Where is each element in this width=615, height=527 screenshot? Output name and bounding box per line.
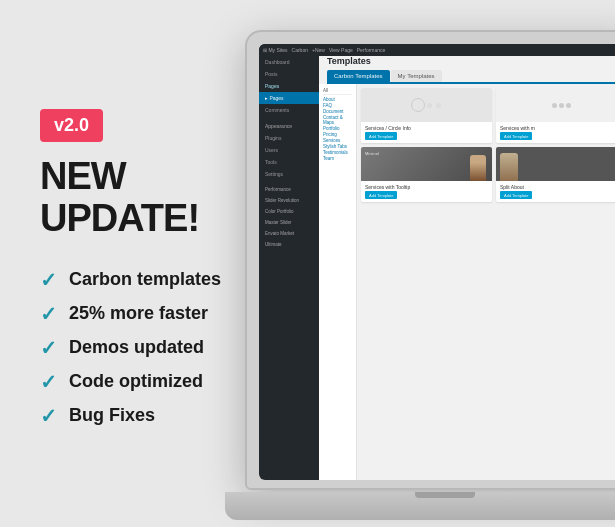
- add-template-btn-services-tooltip[interactable]: Add Template: [365, 191, 397, 199]
- template-grid: Services / Circle Info Add Template: [357, 84, 615, 480]
- wp-bar-view-page: View Page: [329, 47, 353, 53]
- template-thumb-services-circle: [361, 88, 492, 122]
- dot-m-1: [552, 103, 557, 108]
- sidebar-item-posts[interactable]: Posts: [259, 68, 319, 80]
- sidebar-item-ultimate[interactable]: Ultimate: [259, 239, 319, 250]
- sidebar-item-appearance[interactable]: Appearance: [259, 120, 319, 132]
- filter-label-services[interactable]: Services: [323, 138, 352, 143]
- filter-label-team[interactable]: Team: [323, 156, 352, 161]
- filter-label-about[interactable]: About: [323, 97, 352, 102]
- filter-label-testimonials[interactable]: Testimonials: [323, 150, 352, 155]
- filter-label-all[interactable]: All: [323, 88, 352, 95]
- split-person: [500, 153, 518, 181]
- add-template-btn-services-circle[interactable]: Add Template: [365, 132, 397, 140]
- sidebar-item-pages[interactable]: Pages: [259, 80, 319, 92]
- template-footer-services-circle: Services / Circle Info Add Template: [361, 122, 492, 143]
- wp-admin-ui: ⊞ My Sites Carbon +New View Page Perform…: [259, 44, 615, 480]
- sidebar-item-envato-market[interactable]: Envato Market: [259, 228, 319, 239]
- laptop-base: [225, 492, 615, 520]
- wp-main-area: Dashboard Posts Pages ▸ Pages Comments A…: [259, 44, 615, 480]
- sidebar-item-users[interactable]: Users: [259, 144, 319, 156]
- tab-carbon-templates[interactable]: Carbon Templates: [327, 70, 390, 82]
- template-name-services-circle: Services / Circle Info: [365, 125, 488, 131]
- sidebar-item-settings[interactable]: Settings: [259, 168, 319, 180]
- version-badge: v2.0: [40, 109, 103, 142]
- template-name-services-tooltip: Services with Tooltip: [365, 184, 488, 190]
- feature-label-code-optimized: Code optimized: [69, 371, 203, 392]
- feature-label-bug-fixes: Bug Fixes: [69, 405, 155, 426]
- photo-overlay: [470, 155, 486, 181]
- dot-2: [436, 103, 441, 108]
- template-name-services-m: Services with m: [500, 125, 615, 131]
- template-thumb-split-about: Split: [496, 147, 615, 181]
- features-list: ✓ Carbon templates ✓ 25% more faster ✓ D…: [40, 268, 260, 428]
- template-footer-split-about: Split About Add Template: [496, 181, 615, 202]
- feature-item-demos-updated: ✓ Demos updated: [40, 336, 260, 360]
- sidebar-item-tools[interactable]: Tools: [259, 156, 319, 168]
- feature-item-bug-fixes: ✓ Bug Fixes: [40, 404, 260, 428]
- tab-my-templates[interactable]: My Templates: [391, 70, 442, 82]
- wp-tabs: Carbon Templates My Templates: [327, 70, 615, 84]
- sidebar-item-color-portfolio[interactable]: Color Portfolio: [259, 206, 319, 217]
- laptop-screen: ⊞ My Sites Carbon +New View Page Perform…: [259, 44, 615, 480]
- wp-filter-sidebar: All About FAQ Document Contact & Maps Po…: [319, 84, 357, 480]
- wp-bar-performance: Performance: [357, 47, 386, 53]
- template-name-split-about: Split About: [500, 184, 615, 190]
- photo-text-overlay: Minimal: [365, 151, 379, 156]
- sidebar-item-plugins[interactable]: Plugins: [259, 132, 319, 144]
- filter-label-contact[interactable]: Contact & Maps: [323, 115, 352, 125]
- template-thumb-services-m: [496, 88, 615, 122]
- feature-item-carbon-templates: ✓ Carbon templates: [40, 268, 260, 292]
- template-footer-services-m: Services with m Add Template: [496, 122, 615, 143]
- template-footer-services-tooltip: Services with Tooltip Add Template: [361, 181, 492, 202]
- checkmark-icon: ✓: [40, 302, 57, 326]
- dot-m-2: [559, 103, 564, 108]
- wp-bar-carbon: Carbon: [292, 47, 308, 53]
- wp-bar-new: +New: [312, 47, 325, 53]
- wp-page-title: Templates: [327, 56, 371, 66]
- add-template-btn-split-about[interactable]: Add Template: [500, 191, 532, 199]
- feature-label-demos-updated: Demos updated: [69, 337, 204, 358]
- sidebar-item-dashboard[interactable]: Dashboard: [259, 56, 319, 68]
- template-card-services-tooltip: Minimal Services with Tooltip Add Templa…: [361, 147, 492, 202]
- wp-filter-grid: All About FAQ Document Contact & Maps Po…: [319, 84, 615, 480]
- template-card-services-circle: Services / Circle Info Add Template: [361, 88, 492, 143]
- filter-label-portfolio[interactable]: Portfolio: [323, 126, 352, 131]
- feature-label-carbon-templates: Carbon templates: [69, 269, 221, 290]
- checkmark-icon: ✓: [40, 268, 57, 292]
- feature-item-code-optimized: ✓ Code optimized: [40, 370, 260, 394]
- wp-content-area: Templates Carbon Templates My Templates …: [319, 44, 615, 480]
- laptop-mockup: ⊞ My Sites Carbon +New View Page Perform…: [245, 30, 615, 520]
- sidebar-item-pages-active[interactable]: ▸ Pages: [259, 92, 319, 104]
- wp-admin-bar: ⊞ My Sites Carbon +New View Page Perform…: [259, 44, 615, 56]
- left-panel: v2.0 NEW UPDATE! ✓ Carbon templates ✓ 25…: [0, 69, 290, 458]
- filter-label-pricing[interactable]: Pricing: [323, 132, 352, 137]
- laptop-body: ⊞ My Sites Carbon +New View Page Perform…: [245, 30, 615, 490]
- filter-label-faq[interactable]: FAQ: [323, 103, 352, 108]
- circle-icon-1: [411, 98, 425, 112]
- sidebar-item-comments[interactable]: Comments: [259, 104, 319, 116]
- template-card-services-m: Services with m Add Template: [496, 88, 615, 143]
- filter-label-document[interactable]: Document: [323, 109, 352, 114]
- feature-item-faster: ✓ 25% more faster: [40, 302, 260, 326]
- template-thumb-services-tooltip: Minimal: [361, 147, 492, 181]
- wp-sidebar: Dashboard Posts Pages ▸ Pages Comments A…: [259, 44, 319, 480]
- template-card-split-about: Split Split About Add Template: [496, 147, 615, 202]
- sidebar-item-master-slider[interactable]: Master Slider: [259, 217, 319, 228]
- checkmark-icon: ✓: [40, 370, 57, 394]
- sidebar-item-performance[interactable]: Performance: [259, 184, 319, 195]
- filter-label-stylish-tabs[interactable]: Stylish Tabs: [323, 144, 352, 149]
- feature-label-faster: 25% more faster: [69, 303, 208, 324]
- dot-m-3: [566, 103, 571, 108]
- wp-bar-my-sites: ⊞ My Sites: [263, 47, 288, 53]
- headline: NEW UPDATE!: [40, 156, 260, 240]
- checkmark-icon: ✓: [40, 404, 57, 428]
- sidebar-item-slider-revolution[interactable]: Slider Revolution: [259, 195, 319, 206]
- checkmark-icon: ✓: [40, 336, 57, 360]
- add-template-btn-services-m[interactable]: Add Template: [500, 132, 532, 140]
- dot-1: [427, 103, 432, 108]
